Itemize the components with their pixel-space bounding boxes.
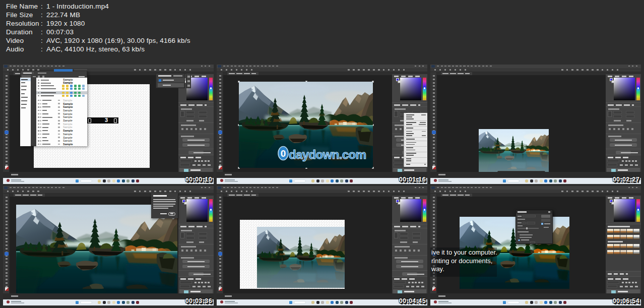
svg-text:0: 0	[281, 148, 286, 159]
svg-text:daydown.com: daydown.com	[289, 148, 366, 161]
